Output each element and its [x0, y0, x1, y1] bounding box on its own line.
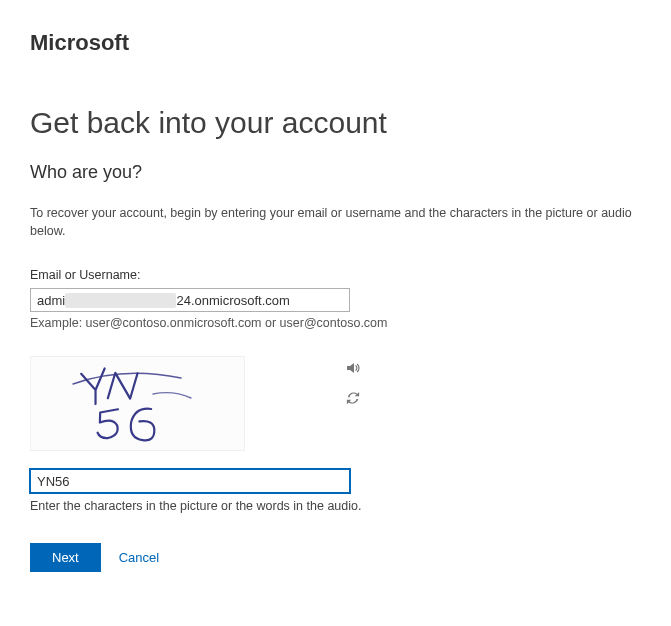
instructions-text: To recover your account, begin by enteri… — [30, 205, 641, 240]
brand-logo: Microsoft — [30, 30, 641, 56]
captcha-input[interactable] — [30, 469, 350, 493]
refresh-icon[interactable] — [345, 390, 361, 406]
page-subtitle: Who are you? — [30, 162, 641, 183]
email-example: Example: user@contoso.onmicrosoft.com or… — [30, 316, 641, 330]
email-label: Email or Username: — [30, 268, 641, 282]
next-button[interactable]: Next — [30, 543, 101, 572]
email-field[interactable]: adminxxxxxxxxxxxxxxxx24.onmicrosoft.com — [30, 288, 350, 312]
audio-icon[interactable] — [345, 360, 361, 376]
email-value-suffix: 24.onmicrosoft.com — [176, 293, 289, 308]
redacted-segment: nxxxxxxxxxxxxxxxx — [65, 293, 176, 308]
page-title: Get back into your account — [30, 106, 641, 140]
cancel-link[interactable]: Cancel — [119, 550, 159, 565]
captcha-image — [30, 356, 245, 451]
captcha-help: Enter the characters in the picture or t… — [30, 499, 641, 513]
captcha-glyphs — [53, 364, 223, 444]
email-value-prefix: admi — [37, 293, 65, 308]
